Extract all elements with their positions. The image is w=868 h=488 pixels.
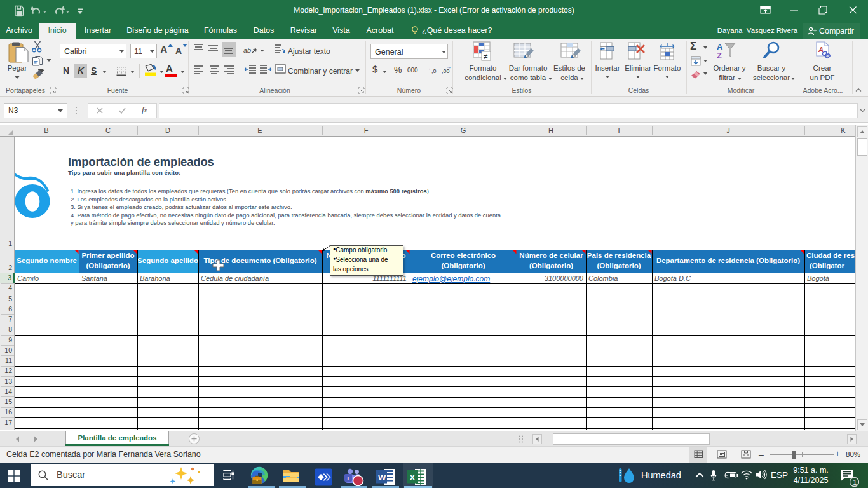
svg-text:Z: Z [717,51,722,60]
svg-text:W: W [378,473,386,482]
svg-text:X: X [410,473,416,482]
svg-text:≠: ≠ [484,52,488,61]
svg-text:A: A [818,46,824,53]
svg-text:→: → [446,64,451,70]
svg-text:,0: ,0 [431,68,437,74]
svg-text:A: A [717,42,723,51]
svg-text:1: 1 [853,478,857,486]
svg-text:ab: ab [243,46,251,54]
svg-text:T: T [346,475,350,482]
